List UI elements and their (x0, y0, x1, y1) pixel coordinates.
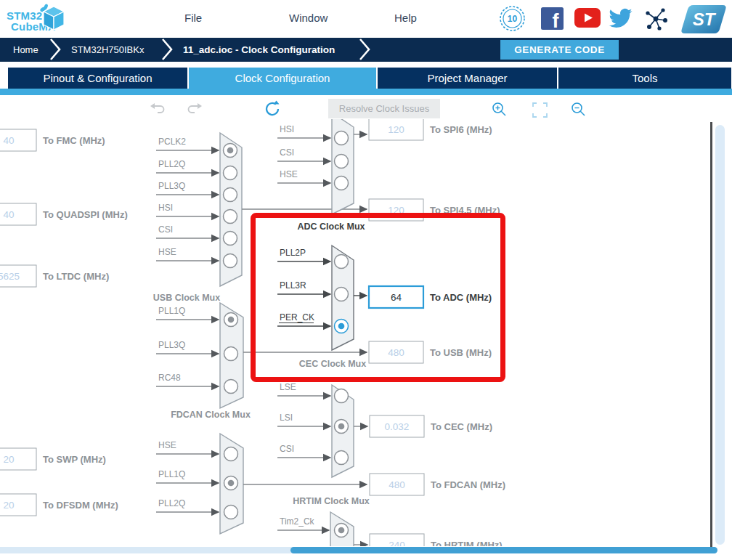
radio-spi6-HSE[interactable] (335, 176, 349, 190)
mux-cec-label: CEC Clock Mux (299, 359, 366, 369)
radio-spi45-HSI[interactable] (224, 210, 237, 224)
field-usb-label: To USB (MHz) (430, 347, 492, 358)
tab-project-manager[interactable]: Project Manager (378, 68, 557, 89)
svg-text:f: f (553, 10, 560, 30)
radio-dot (228, 480, 235, 487)
st-logo-icon[interactable]: ST (680, 3, 728, 36)
active-tab-strip (0, 89, 732, 95)
radio-cec-CSI[interactable] (335, 451, 349, 465)
anniversary-badge-icon[interactable]: 10 (499, 5, 526, 32)
mux-spi6-input-label-HSE: HSE (280, 169, 298, 179)
mux-spi45-input-label-PCLK2: PCLK2 (158, 137, 186, 147)
field-spi6-value: 120 (388, 124, 404, 135)
zoom-out-icon[interactable] (571, 102, 587, 118)
field-swp-label: To SWP (MHz) (43, 454, 106, 465)
radio-dot (338, 423, 345, 430)
field-fdcan-label: To FDCAN (MHz) (431, 479, 505, 490)
svg-text:10: 10 (508, 14, 518, 24)
chevron-right-icon (359, 37, 372, 62)
svg-text:ST: ST (693, 9, 717, 29)
network-icon[interactable] (643, 7, 669, 31)
youtube-icon[interactable] (574, 8, 601, 28)
mux-spi45-input-label-PLL2Q: PLL2Q (158, 159, 185, 169)
mux-spi45-input-label-HSI: HSI (158, 203, 173, 213)
field-fdcan-value: 480 (389, 479, 405, 490)
fit-to-screen-icon[interactable] (532, 102, 548, 118)
menu-file[interactable]: File (184, 12, 202, 24)
field-ltdc-label: To LTDC (MHz) (43, 271, 109, 282)
resolve-clock-issues-button[interactable]: Resolve Clock Issues (328, 99, 440, 118)
mux-usb-input-label-PLL3Q: PLL3Q (158, 340, 185, 350)
tab-clock-configuration[interactable]: Clock Configuration (189, 68, 376, 89)
radio-spi6-HSI[interactable] (335, 131, 349, 145)
zoom-in-icon[interactable] (492, 102, 508, 118)
radio-fdcan-PLL2Q[interactable] (224, 506, 238, 519)
radio-usb-RC48[interactable] (224, 380, 238, 394)
mux-usb-label: USB Clock Mux (153, 293, 220, 303)
field-cec-label: To CEC (MHz) (431, 421, 492, 432)
redo-icon[interactable] (187, 102, 203, 116)
mux-hrtim-input-label-Tim2_Ck: Tim2_Ck (280, 516, 315, 527)
radio-spi45-CSI[interactable] (224, 232, 237, 245)
radio-spi45-HSE[interactable] (224, 254, 237, 268)
mux-fdcan-input-label-HSE: HSE (158, 440, 176, 450)
field-quadspi-value: 40 (3, 209, 14, 220)
mux-cec-input-label-CSI: CSI (280, 444, 294, 454)
field-spi6-label: To SPI6 (MHz) (430, 124, 492, 135)
clock-tree-svg: PCLK2PLL2QPLL3QHSICSIHSEHSICSIHSEUSB Clo… (0, 119, 732, 546)
twitter-icon[interactable] (608, 7, 633, 30)
field-adc-value: 64 (391, 292, 402, 303)
mux-spi45-input-label-PLL3Q: PLL3Q (158, 181, 185, 191)
mux-adc-input-label-PER_CK: PER_CK (280, 312, 314, 322)
tab-tools[interactable]: Tools (558, 68, 731, 89)
mux-fdcan-input-label-PLL1Q: PLL1Q (158, 469, 185, 479)
mux-fdcan-label: FDCAN Clock Mux (171, 410, 251, 420)
field-dfsdm-value: 20 (3, 500, 14, 511)
undo-icon[interactable] (150, 102, 166, 116)
field-usb-value: 480 (388, 347, 404, 358)
mux-spi45-input-label-CSI: CSI (158, 224, 173, 235)
mux-adc-input-label-PLL3R: PLL3R (280, 280, 306, 291)
mux-cec-input-label-LSE: LSE (280, 382, 296, 392)
mux-spi45-input-label-HSE: HSE (158, 247, 176, 257)
generate-code-button[interactable]: GENERATE CODE (500, 40, 619, 60)
radio-spi45-PLL2Q[interactable] (224, 166, 237, 180)
radio-usb-PLL3Q[interactable] (224, 347, 238, 361)
stm32cubemx-window: STM32 CubeMX File Window Help 10 f (0, 0, 732, 560)
refresh-icon[interactable] (264, 100, 281, 118)
mux-usb-input-label-RC48: RC48 (158, 373, 181, 383)
mux-adc-label: ADC Clock Mux (297, 222, 365, 232)
radio-spi6-CSI[interactable] (335, 155, 349, 169)
radio-adc-PLL2P[interactable] (335, 255, 349, 269)
mux-usb-input-label-PLL1Q: PLL1Q (158, 306, 185, 316)
radio-dot (338, 323, 345, 330)
field-cec-value: 0.032 (385, 421, 410, 432)
radio-adc-PLL3R[interactable] (335, 288, 349, 301)
mux-adc-input-label-PLL2P: PLL2P (280, 248, 306, 258)
tab-pinout-configuration[interactable]: Pinout & Configuration (8, 68, 187, 89)
canvas-right-border (710, 122, 712, 550)
field-ltdc-value: 5625 (0, 271, 20, 282)
radio-spi45-PLL3Q[interactable] (224, 188, 237, 202)
top-menu-bar: STM32 CubeMX File Window Help 10 f (0, 0, 732, 38)
mux-cec-input-label-LSI: LSI (280, 413, 293, 423)
facebook-icon[interactable]: f (541, 7, 564, 30)
radio-fdcan-HSE[interactable] (224, 447, 238, 461)
radio-cec-LSE[interactable] (335, 389, 349, 403)
chevron-right-icon (161, 37, 174, 62)
horizontal-scrollbar-thumb[interactable] (290, 547, 717, 553)
field-dfsdm-label: To DFSDM (MHz) (43, 500, 118, 511)
mux-spi6-input-label-HSI: HSI (280, 124, 294, 134)
field-hrtim-value: 240 (389, 540, 405, 547)
menu-window[interactable]: Window (289, 12, 328, 24)
breadcrumb-home[interactable]: Home (13, 44, 38, 55)
breadcrumb-mcu[interactable]: STM32H750IBKx (71, 44, 144, 55)
menu-help[interactable]: Help (394, 12, 417, 24)
clock-tree-canvas: PCLK2PLL2QPLL3QHSICSIHSEHSICSIHSEUSB Clo… (0, 119, 732, 546)
cube-icon (36, 2, 68, 34)
field-fmc-value: 40 (3, 135, 14, 146)
mux-spi6-input-label-CSI: CSI (280, 147, 294, 158)
vertical-scrollbar[interactable] (715, 125, 725, 545)
breadcrumb-project[interactable]: 11_adc.ioc - Clock Configuration (183, 44, 335, 55)
mux-fdcan-input-label-PLL2Q: PLL2Q (158, 498, 185, 508)
